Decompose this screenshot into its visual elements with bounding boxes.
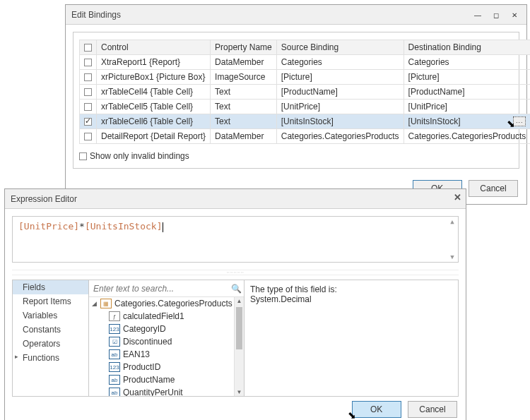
cell-source[interactable]: [UnitsInStock] — [276, 114, 404, 129]
row-checkbox[interactable] — [80, 55, 97, 70]
category-item[interactable]: Functions — [13, 351, 88, 365]
category-pane: FieldsReport ItemsVariablesConstantsOper… — [13, 280, 89, 396]
caret-icon — [163, 222, 163, 232]
tree-item-label: QuantityPerUnit — [123, 388, 183, 396]
dialog-title: Edit Bindings — [71, 10, 121, 20]
cell-source[interactable]: [UnitPrice] — [276, 100, 404, 114]
row-checkbox[interactable] — [80, 114, 97, 129]
tree-item[interactable]: ☑Discontinued — [89, 335, 244, 348]
cell-control[interactable]: XtraReport1 {Report} — [97, 55, 211, 70]
table-row[interactable]: XtraReport1 {Report}DataMemberCategories… — [80, 55, 531, 70]
search-row: 🔍 — [89, 280, 244, 297]
table-row[interactable]: xrTableCell6 {Table Cell}Text[UnitsInSto… — [80, 114, 531, 129]
close-button[interactable]: ✕ — [505, 8, 524, 22]
show-invalid-checkbox[interactable] — [79, 152, 87, 160]
close-icon[interactable]: ✕ — [454, 192, 461, 203]
tree-item[interactable]: ƒcalculatedField1 — [89, 310, 244, 323]
cell-property[interactable]: Text — [211, 100, 277, 114]
category-item[interactable]: Variables — [13, 308, 88, 323]
tree-item[interactable]: 123CategoryID — [89, 323, 244, 335]
table-row[interactable]: xrPictureBox1 {Picture Box}ImageSource[P… — [80, 70, 531, 85]
cell-control[interactable]: xrTableCell4 {Table Cell} — [97, 85, 211, 100]
number-icon: 123 — [109, 324, 120, 334]
cell-destination[interactable]: Categories — [404, 55, 530, 70]
row-checkbox[interactable] — [80, 70, 97, 85]
show-invalid-label: Show only invalid bindings — [90, 151, 189, 161]
col-property[interactable]: Property Name — [211, 40, 277, 55]
cell-destination[interactable]: [UnitsInStock]... — [404, 114, 530, 129]
cell-control[interactable]: DetailReport {Detail Report} — [97, 129, 211, 144]
scrollbar[interactable]: ▲ ▼ — [448, 218, 457, 260]
tree-item-label: CategoryID — [123, 324, 166, 334]
splitter[interactable]: ┄┄┄┄┄ — [12, 270, 459, 275]
cell-destination[interactable]: [Picture] — [404, 70, 530, 85]
expression-operator: * — [79, 221, 85, 232]
maximize-button[interactable]: ◻ — [487, 8, 505, 22]
cell-source[interactable]: [ProductName] — [276, 85, 404, 100]
cell-destination[interactable]: [ProductName] — [404, 85, 530, 100]
scroll-down-icon[interactable]: ▼ — [450, 253, 454, 260]
tree-item[interactable]: 123ProductID — [89, 361, 244, 373]
tree-item[interactable]: abEAN13 — [89, 348, 244, 361]
expression-token: [UnitPrice] — [18, 221, 79, 232]
tree-root-label: Categories.CategoriesProducts — [114, 299, 232, 308]
tree-item[interactable]: abQuantityPerUnit — [89, 386, 244, 396]
scroll-up-icon[interactable]: ▲ — [450, 218, 454, 225]
string-icon: ab — [109, 349, 120, 359]
tree-item-label: ProductName — [123, 375, 175, 385]
number-icon: 123 — [109, 362, 120, 372]
tree-item-label: calculatedField1 — [123, 311, 184, 321]
cell-control[interactable]: xrTableCell5 {Table Cell} — [97, 100, 211, 114]
collapse-icon[interactable]: ◢ — [90, 300, 98, 307]
table-row[interactable]: DetailReport {Detail Report}DataMemberCa… — [80, 129, 531, 144]
function-icon: ƒ — [109, 311, 120, 321]
tree-item[interactable]: abProductName — [89, 373, 244, 386]
tree-item-label: Discontinued — [123, 337, 172, 347]
cancel-button[interactable]: Cancel — [469, 180, 518, 197]
dialog-title: Expression Editor — [11, 194, 77, 204]
cell-source[interactable]: [Picture] — [276, 70, 404, 85]
col-control[interactable]: Control — [97, 40, 211, 55]
expression-input[interactable]: [UnitPrice]*[UnitsInStock] ▲ ▼ — [12, 216, 459, 263]
cell-control[interactable]: xrTableCell6 {Table Cell} — [97, 114, 211, 129]
cell-source[interactable]: Categories.CategoriesProducts — [276, 129, 404, 144]
cell-property[interactable]: DataMember — [211, 55, 277, 70]
cell-property[interactable]: Text — [211, 114, 277, 129]
expression-button-row: OK Cancel ⬊ — [5, 397, 466, 420]
cancel-button[interactable]: Cancel — [408, 401, 457, 418]
ellipsis-button[interactable]: ... — [513, 116, 526, 126]
category-item[interactable]: Fields — [13, 280, 88, 294]
cell-source[interactable]: Categories — [276, 55, 404, 70]
tree-root[interactable]: ◢ ▦ Categories.CategoriesProducts — [89, 297, 244, 310]
edit-bindings-titlebar: Edit Bindings — ◻ ✕ — [66, 5, 526, 25]
bindings-table: Control Property Name Source Binding Des… — [79, 40, 530, 144]
fields-tree-pane: 🔍 ◢ ▦ Categories.CategoriesProducts ƒcal… — [89, 280, 245, 396]
ok-button[interactable]: OK — [352, 401, 401, 418]
col-destination[interactable]: Destination Binding — [404, 40, 530, 55]
col-source[interactable]: Source Binding — [276, 40, 404, 55]
category-item[interactable]: Operators — [13, 337, 88, 351]
fields-tree[interactable]: ◢ ▦ Categories.CategoriesProducts ƒcalcu… — [89, 297, 244, 396]
category-item[interactable]: Report Items — [13, 294, 88, 308]
table-row[interactable]: xrTableCell4 {Table Cell}Text[ProductNam… — [80, 85, 531, 100]
table-row[interactable]: xrTableCell5 {Table Cell}Text[UnitPrice]… — [80, 100, 531, 114]
cell-destination[interactable]: [UnitPrice] — [404, 100, 530, 114]
category-item[interactable]: Constants — [13, 323, 88, 337]
tree-item-label: ProductID — [123, 362, 160, 372]
minimize-button[interactable]: — — [469, 8, 487, 22]
search-input[interactable] — [92, 283, 228, 294]
cell-property[interactable]: ImageSource — [211, 70, 277, 85]
description-line: The type of this field is: — [250, 284, 452, 294]
cell-property[interactable]: Text — [211, 85, 277, 100]
search-icon[interactable]: 🔍 — [231, 284, 241, 294]
boolean-icon: ☑ — [109, 337, 120, 347]
show-invalid-row: Show only invalid bindings — [79, 151, 513, 161]
row-checkbox[interactable] — [80, 100, 97, 114]
cell-control[interactable]: xrPictureBox1 {Picture Box} — [97, 70, 211, 85]
row-checkbox[interactable] — [80, 85, 97, 100]
cell-destination[interactable]: Categories.CategoriesProducts — [404, 129, 530, 144]
cell-property[interactable]: DataMember — [211, 129, 277, 144]
scrollbar[interactable] — [234, 297, 244, 396]
col-checkbox[interactable] — [80, 40, 97, 55]
row-checkbox[interactable] — [80, 129, 97, 144]
